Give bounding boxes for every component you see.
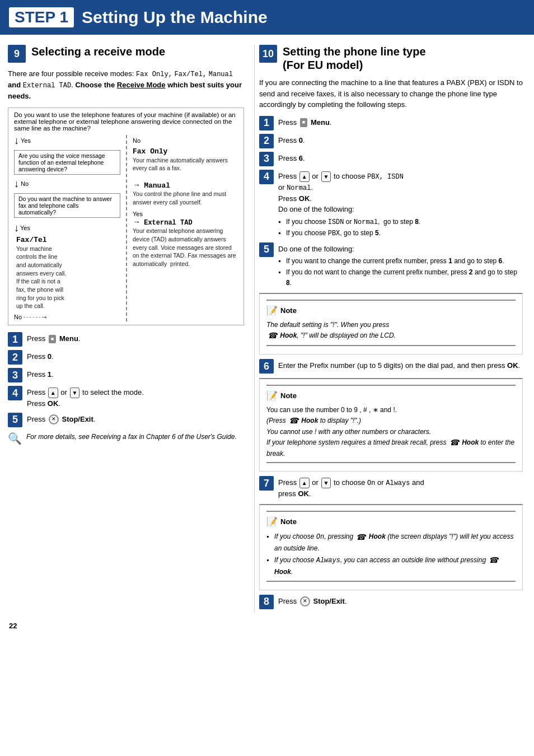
step-label: STEP 1: [15, 8, 68, 26]
note2-line2: (Press ☎ Hook to display "!".): [266, 415, 516, 427]
manual-mode: → Manual You control the phone line and …: [133, 180, 238, 206]
flowchart-q2-box: Are you using the voice message function…: [14, 150, 120, 175]
note3-bullets: If you choose On, pressing ☎ Hook (the s…: [266, 531, 516, 577]
section10-step6: 6 Enter the Prefix number (up to 5 digit…: [259, 359, 523, 374]
external-tad-mode: → External TAD Your external telephone a…: [133, 217, 238, 268]
section10-note2: 📝 Note You can use the number 0 to 9 , #…: [259, 378, 523, 472]
menu-icon-s10-1: ■: [300, 118, 307, 127]
section10-step8-container: 8 Press Stop/Exit.: [259, 595, 523, 609]
yes-external-tad: Yes: [133, 211, 238, 217]
section10-step1: 1 Press ■ Menu.: [259, 116, 523, 130]
section10-step3: 3 Press 6.: [259, 152, 523, 166]
section10-step4: 4 Press ▲ or ▼ to choose PBX, ISDN or No…: [259, 170, 523, 239]
section9-intro: There are four possible receive modes: F…: [8, 68, 244, 102]
section10-step5-bullets: If you want to change the current prefix…: [278, 256, 523, 288]
section10-step4-bullets: If you choose ISDN or Normal, go to step…: [278, 217, 420, 239]
section10-header: 10 Setting the phone line type(For EU mo…: [259, 45, 523, 72]
flowchart-yes3-branch: ↓ Yes Fax/Tel Your machine controls the …: [14, 222, 67, 311]
page-header: STEP 1 Setting Up the Machine: [0, 0, 534, 35]
up-arrow-icon: ▲: [48, 388, 58, 398]
note1-header-text: Note: [280, 305, 297, 316]
menu-icon: ■: [49, 335, 56, 344]
down-arrow-icon: ▼: [70, 388, 80, 398]
flowchart-no-branch: No: [133, 137, 238, 144]
up-arrow-icon-s10-4: ▲: [299, 171, 310, 182]
step-badge: STEP 1: [9, 7, 74, 27]
section10-step7: 7 Press ▲ or ▼ to choose On or Always an…: [259, 476, 523, 500]
note1-text2: ☎ Hook, "!" will be displayed on the LCD…: [266, 330, 516, 342]
section9-step3: 3 Press 1.: [8, 368, 244, 382]
section9-step5: 5 Press Stop/Exit.: [8, 413, 244, 427]
tip-text: For more details, see Receiving a fax in…: [26, 432, 237, 442]
note2-line4: If your telephone system requires a time…: [266, 437, 516, 459]
section9-steps: 1 Press ■ Menu. 2 Press 0. 3 Press 1. 4 …: [8, 332, 244, 427]
section9-step2: 2 Press 0.: [8, 350, 244, 365]
section9-tip: 🔍 For more details, see Receiving a fax …: [8, 432, 244, 445]
section9-step1: 1 Press ■ Menu.: [8, 332, 244, 347]
page-footer: 22: [0, 618, 534, 633]
flowchart-yes-branch: ↓ Yes Are you using the voice message fu…: [14, 135, 126, 322]
hook-icon-2: ☎: [289, 415, 298, 427]
note2-line3: You cannot use ! with any other numbers …: [266, 427, 516, 437]
section10-step2: 2 Press 0.: [259, 134, 523, 148]
section10-number: 10: [259, 45, 277, 63]
down-arrow-icon-s10-4: ▼: [321, 171, 331, 182]
section10-step6-container: 6 Enter the Prefix number (up to 5 digit…: [259, 359, 523, 374]
page-number: 22: [9, 622, 17, 630]
section10-step8: 8 Press Stop/Exit.: [259, 595, 523, 609]
section10-step5: 5 Do one of the following: If you want t…: [259, 242, 523, 288]
section9-step4: 4 Press ▲ or ▼ to select the mode. Press…: [8, 386, 244, 409]
hook-icon-3: ☎: [449, 437, 459, 449]
section10-note3: 📝 Note If you choose On, pressing ☎ Hook…: [259, 504, 523, 590]
left-column: 9 Selecting a receive mode There are fou…: [8, 45, 254, 613]
flowchart-right: No Fax Only Your machine automatically a…: [126, 135, 238, 322]
fax-only-mode: Fax Only Your machine automatically answ…: [133, 147, 238, 172]
flowchart: Do you want to use the telephone feature…: [8, 108, 244, 326]
section10-step7-container: 7 Press ▲ or ▼ to choose On or Always an…: [259, 476, 523, 500]
tip-icon: 🔍: [8, 432, 22, 445]
note2-header-text: Note: [280, 390, 297, 402]
note-icon-2: 📝: [266, 389, 278, 403]
section9-title: Selecting a receive mode: [31, 45, 165, 58]
note3-header-text: Note: [280, 516, 297, 528]
section10-note1: 📝 Note The default setting is "!". When …: [259, 293, 523, 354]
right-column: 10 Setting the phone line type(For EU mo…: [254, 45, 523, 613]
note-icon-1: 📝: [266, 304, 278, 318]
section9-number: 9: [8, 45, 26, 63]
section10-title: Setting the phone line type(For EU model…: [283, 45, 426, 72]
main-content: 9 Selecting a receive mode There are fou…: [0, 35, 534, 618]
down-arrow-icon-s10-7: ▼: [321, 478, 331, 488]
flowchart-q1: Do you want to use the telephone feature…: [14, 111, 238, 132]
note-icon-3: 📝: [266, 515, 278, 529]
up-arrow-icon-s10-7: ▲: [299, 478, 310, 488]
flowchart-no3: No →: [14, 312, 126, 321]
header-title: Setting Up the Machine: [82, 8, 268, 27]
note1-text1: The default setting is "!". When you pre…: [266, 320, 516, 330]
stop-exit-icon: [49, 414, 59, 424]
section9-header: 9 Selecting a receive mode: [8, 45, 244, 63]
stop-exit-icon-s10: [300, 596, 310, 606]
hook-icon-1: ☎: [268, 330, 277, 342]
note2-line1: You can use the number 0 to 9 , # , ∗ an…: [266, 405, 516, 415]
hook-icon-4: ☎: [356, 531, 366, 543]
flowchart-q3-box: Do you want the machine to answer fax an…: [14, 193, 120, 218]
section10-steps-1-3: 1 Press ■ Menu. 2 Press 0. 3 Press 6. 4 …: [259, 116, 523, 289]
section10-intro: If you are connecting the machine to a l…: [259, 77, 523, 110]
hook-icon-5: ☎: [489, 554, 498, 566]
